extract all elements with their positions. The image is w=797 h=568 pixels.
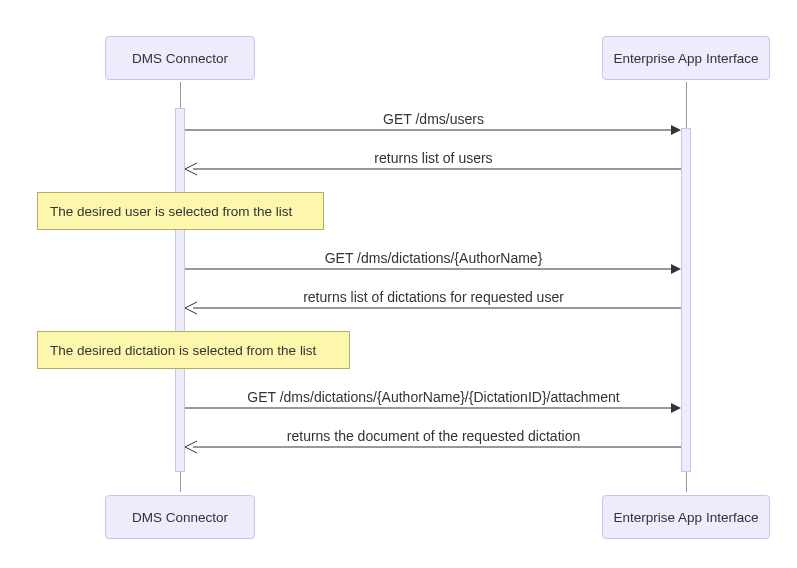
- participant-label: Enterprise App Interface: [614, 51, 759, 66]
- message-label: GET /dms/users: [185, 111, 682, 127]
- participant-dms-connector-top: DMS Connector: [105, 36, 255, 80]
- sequence-diagram: DMS Connector Enterprise App Interface G…: [0, 0, 797, 568]
- arrow-right-icon: [185, 406, 681, 418]
- participant-dms-connector-bottom: DMS Connector: [105, 495, 255, 539]
- note-box: The desired dictation is selected from t…: [37, 331, 350, 369]
- arrow-right-icon: [185, 128, 681, 140]
- participant-label: DMS Connector: [132, 510, 228, 525]
- note-label: The desired dictation is selected from t…: [50, 343, 316, 358]
- message-label: returns list of dictations for requested…: [185, 289, 682, 305]
- message-label: returns the document of the requested di…: [185, 428, 682, 444]
- arrow-left-icon: [185, 445, 681, 457]
- participant-enterprise-app-top: Enterprise App Interface: [602, 36, 770, 80]
- message-label: GET /dms/dictations/{AuthorName}/{Dictat…: [185, 389, 682, 405]
- note-box: The desired user is selected from the li…: [37, 192, 324, 230]
- arrow-left-icon: [185, 167, 681, 179]
- activation-left: [175, 108, 185, 472]
- participant-label: DMS Connector: [132, 51, 228, 66]
- arrow-left-icon: [185, 306, 681, 318]
- message-label: GET /dms/dictations/{AuthorName}: [185, 250, 682, 266]
- arrow-right-icon: [185, 267, 681, 279]
- participant-enterprise-app-bottom: Enterprise App Interface: [602, 495, 770, 539]
- participant-label: Enterprise App Interface: [614, 510, 759, 525]
- message-label: returns list of users: [185, 150, 682, 166]
- activation-right: [681, 128, 691, 472]
- note-label: The desired user is selected from the li…: [50, 204, 292, 219]
